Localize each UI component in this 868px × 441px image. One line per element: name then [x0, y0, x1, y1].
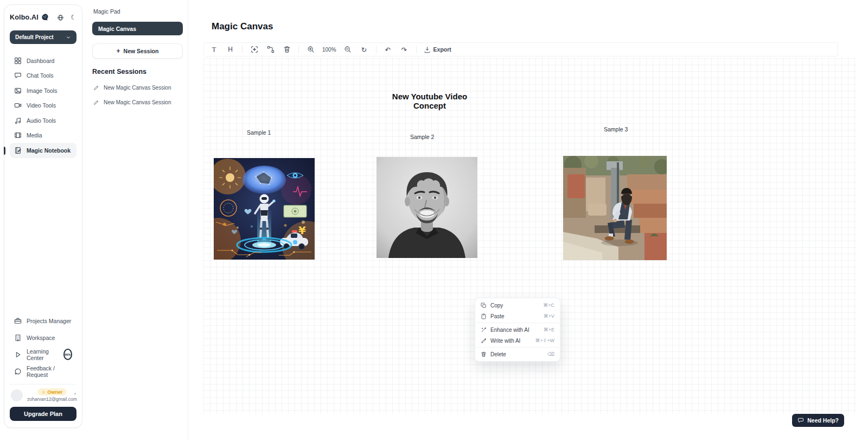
sidebar-item-label: Learning Center	[27, 348, 56, 361]
dashboard-icon	[14, 57, 22, 65]
sidebar-spacer	[10, 158, 76, 313]
canvas-title-text[interactable]: New Youtube Video Concept	[375, 92, 484, 110]
delete-tool-button[interactable]	[282, 45, 291, 54]
zoom-level: 100%	[322, 47, 336, 53]
project-selector-label: Default Project	[15, 34, 54, 40]
tab-magic-canvas[interactable]: Magic Canvas	[92, 22, 183, 35]
sidebar-item-video-tools[interactable]: Video Tools	[10, 98, 76, 114]
page-title: Magic Canvas	[212, 21, 273, 32]
building-icon	[14, 334, 22, 342]
connector-tool-button[interactable]	[266, 45, 275, 54]
redo-button[interactable]: ↷	[400, 45, 409, 54]
sidebar-item-label: Video Tools	[27, 102, 56, 109]
session-list-item[interactable]: New Magic Canvas Session	[92, 95, 183, 110]
sidebar-item-label: Audio Tools	[27, 117, 56, 124]
sidebar: Kolbo.AI ☾ Default Project Dashboard Cha…	[4, 4, 82, 428]
heading-tool-button[interactable]: H	[226, 45, 235, 54]
export-label: Export	[433, 46, 451, 53]
menu-shortcut: ⌘+⇧+W	[535, 338, 554, 343]
sidebar-item-magic-notebook[interactable]: Magic Notebook	[10, 143, 76, 158]
toolbar-divider	[376, 46, 376, 53]
sidebar-item-label: Dashboard	[27, 58, 54, 64]
paste-icon	[481, 313, 487, 319]
owner-role-badge: ♕ Owner	[37, 388, 67, 395]
dark-mode-moon-icon[interactable]: ☾	[71, 14, 76, 21]
menu-item-copy[interactable]: Copy ⌘+C	[475, 300, 560, 311]
sample-1-label[interactable]: Sample 1	[247, 129, 271, 136]
session-list-item[interactable]: New Magic Canvas Session	[92, 80, 183, 95]
active-nav-indicator	[4, 147, 5, 155]
sample-2-image[interactable]	[376, 157, 477, 258]
need-help-label: Need Help?	[807, 417, 839, 424]
sidebar-item-workspace[interactable]: Workspace	[10, 329, 76, 346]
project-selector[interactable]: Default Project	[10, 30, 76, 44]
sidebar-item-chat-tools[interactable]: Chat Tools	[10, 68, 76, 84]
sample-1-image[interactable]: ¥	[214, 158, 315, 260]
sparkle-pen-icon	[481, 338, 487, 344]
sidebar-item-audio-tools[interactable]: Audio Tools	[10, 113, 76, 128]
new-session-button[interactable]: + New Session	[92, 43, 183, 59]
magic-canvas-surface[interactable]: New Youtube Video Concept Sample 1 Sampl…	[203, 58, 856, 414]
pencil-icon	[93, 99, 99, 105]
app-logo: Kolbo.AI	[10, 14, 39, 21]
sidebar-item-image-tools[interactable]: Image Tools	[10, 83, 76, 98]
learning-progress-badge: 66%	[63, 349, 72, 360]
brain-logo-icon	[41, 13, 49, 22]
menu-item-delete[interactable]: Delete ⌫	[475, 349, 560, 360]
language-globe-icon[interactable]	[57, 14, 64, 21]
crown-icon: ♕	[42, 389, 46, 395]
need-help-button[interactable]: Need Help?	[792, 414, 844, 427]
plus-icon: +	[117, 47, 120, 55]
sample-3-label[interactable]: Sample 3	[604, 126, 628, 133]
new-session-label: New Session	[124, 48, 159, 54]
menu-item-enhance-with-ai[interactable]: Enhance with AI ⌘+E	[475, 324, 560, 335]
sidebar-item-media[interactable]: Media	[10, 128, 76, 143]
undo-button[interactable]: ↶	[384, 45, 393, 54]
sidebar-item-label: Projects Manager	[27, 318, 71, 324]
session-item-label: New Magic Canvas Session	[104, 99, 171, 105]
play-icon	[14, 351, 22, 358]
notebook-icon	[14, 147, 22, 154]
menu-item-label: Copy	[490, 303, 503, 308]
menu-shortcut: ⌫	[547, 351, 554, 357]
menu-shortcut: ⌘+V	[544, 313, 554, 319]
divider	[10, 384, 76, 385]
chat-icon	[14, 72, 22, 79]
export-button[interactable]: Export	[424, 46, 451, 53]
menu-item-write-with-ai[interactable]: Write with AI ⌘+⇧+W	[475, 335, 560, 346]
menu-item-label: Delete	[490, 351, 506, 357]
toolbar-divider	[416, 46, 417, 53]
context-menu: Copy ⌘+C Paste ⌘+V Enhance with AI ⌘+E W…	[475, 298, 560, 362]
menu-item-paste[interactable]: Paste ⌘+V	[475, 311, 560, 322]
zoom-out-button[interactable]	[343, 45, 353, 54]
ai-select-tool-button[interactable]	[250, 45, 259, 54]
session-list: New Magic Canvas Session New Magic Canva…	[92, 80, 183, 110]
sidebar-item-dashboard[interactable]: Dashboard	[10, 53, 76, 68]
audio-icon	[14, 117, 22, 124]
tab-magic-pad[interactable]: Magic Pad	[92, 7, 183, 16]
reset-view-icon[interactable]: ↻	[360, 45, 369, 54]
wand-icon	[481, 327, 487, 333]
sample-2-label[interactable]: Sample 2	[410, 134, 434, 140]
sidebar-item-label: Chat Tools	[27, 72, 53, 79]
sidebar-item-label: Feedback / Request	[27, 365, 72, 378]
sidebar-item-label: Media	[27, 132, 42, 138]
chevron-down-icon	[66, 35, 71, 40]
upgrade-plan-button[interactable]: Upgrade Plan	[10, 407, 76, 421]
logo-row: Kolbo.AI ☾	[10, 11, 76, 23]
avatar	[11, 389, 23, 401]
sidebar-item-learning-center[interactable]: Learning Center 66%	[10, 346, 76, 363]
session-item-label: New Magic Canvas Session	[104, 85, 171, 91]
download-icon	[424, 46, 431, 53]
copy-icon	[481, 303, 487, 308]
sidebar-item-feedback-request[interactable]: Feedback / Request	[10, 363, 76, 380]
text-tool-button[interactable]: T	[209, 45, 219, 54]
toolbar-divider	[242, 46, 242, 53]
user-account-row[interactable]: ♕ Owner zoharvan12@gmail.com ▴	[10, 387, 76, 403]
sidebar-footer-nav: Projects Manager Workspace Learning Cent…	[10, 312, 76, 380]
sample-3-image[interactable]	[563, 156, 667, 260]
zoom-in-button[interactable]	[306, 45, 315, 54]
sidebar-item-projects-manager[interactable]: Projects Manager	[10, 312, 76, 329]
toolbar-divider	[298, 46, 299, 53]
pencil-icon	[93, 85, 99, 91]
